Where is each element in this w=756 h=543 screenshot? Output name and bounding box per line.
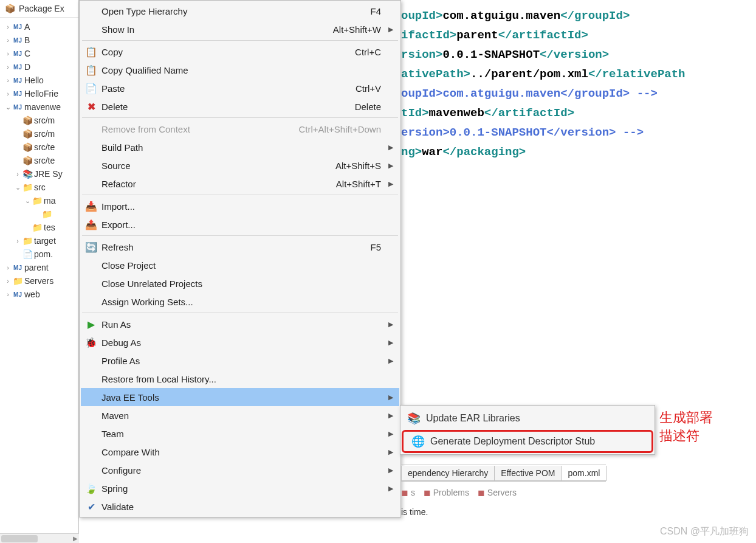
twisty-icon[interactable]: › (4, 23, 12, 30)
scrollbar-thumb[interactable] (1, 535, 38, 542)
tree-item-Servers[interactable]: ›📁Servers (0, 274, 78, 288)
pkg-icon: 📦 (22, 129, 33, 139)
menu-item-source[interactable]: SourceAlt+Shift+S▶ (81, 156, 399, 175)
tree-item-HelloFrie[interactable]: ›MJHelloFrie (0, 87, 78, 100)
tree-item-mavenwe[interactable]: ⌄MJmavenwe (0, 100, 78, 114)
project-tree[interactable]: ›MJA›MJB›MJC›MJD›MJHello›MJHelloFrie⌄MJm… (0, 18, 78, 303)
menu-item-label: Run As (101, 319, 381, 330)
menu-item-delete[interactable]: ✖DeleteDelete (81, 97, 399, 116)
menu-item-refactor[interactable]: RefactorAlt+Shift+T▶ (81, 175, 399, 193)
menu-item-debug-as[interactable]: 🐞Debug As▶ (81, 333, 399, 351)
submenu-item-update-ear-libraries[interactable]: 📚Update EAR Libraries (402, 407, 653, 430)
menu-item-export-[interactable]: 📤Export... (81, 215, 399, 233)
menu-item-copy-qualified-name[interactable]: 📋Copy Qualified Name (81, 61, 399, 79)
twisty-icon[interactable]: ⌄ (4, 103, 12, 111)
tree-item-src/m[interactable]: 📦src/m (0, 114, 78, 127)
tree-item-empty[interactable]: 📁 (0, 207, 78, 221)
twisty-icon[interactable]: › (4, 50, 12, 57)
tree-item-web[interactable]: ›MJweb (0, 288, 78, 301)
tree-item-A[interactable]: ›MJA (0, 20, 78, 33)
twisty-icon[interactable]: › (4, 63, 12, 71)
scrollbar-arrow-icon[interactable]: ▶ (73, 535, 78, 542)
twisty-icon[interactable]: › (13, 237, 22, 244)
tree-item-Hello[interactable]: ›MJHello (0, 74, 78, 87)
tree-item-src[interactable]: ⌄📁src (0, 181, 78, 194)
menu-item-spring[interactable]: 🍃Spring▶ (81, 479, 399, 497)
tree-item-D[interactable]: ›MJD (0, 60, 78, 74)
twisty-icon[interactable]: › (13, 170, 22, 178)
twisty-icon[interactable]: ⌄ (13, 184, 22, 192)
editor-tab-pom-xml[interactable]: pom.xml (562, 466, 607, 481)
menu-item-open-type-hierarchy[interactable]: Open Type HierarchyF4 (81, 2, 399, 20)
menu-item-java-ee-tools[interactable]: Java EE Tools▶ (81, 388, 399, 406)
submenu-arrow-icon: ▶ (386, 485, 393, 493)
context-menu[interactable]: Open Type HierarchyF4Show InAlt+Shift+W▶… (79, 0, 401, 517)
menu-item-configure[interactable]: Configure▶ (81, 461, 399, 479)
editor-area[interactable]: oupId>com.atguigu.maven</groupId>ifactId… (401, 0, 756, 462)
menu-item-run-as[interactable]: ▶Run As▶ (81, 315, 399, 333)
panel-tab-servers[interactable]: ◼ Servers (478, 488, 517, 497)
menu-item-assign-working-sets-[interactable]: Assign Working Sets... (81, 292, 399, 311)
menu-item-label: Copy Qualified Name (101, 65, 381, 75)
menu-item-close-project[interactable]: Close Project (81, 256, 399, 274)
menu-item-validate[interactable]: ✔Validate (81, 497, 399, 516)
twisty-icon[interactable]: › (4, 36, 12, 44)
menu-item-accel: F5 (370, 242, 386, 252)
editor-tab-effective-pom[interactable]: Effective POM (494, 466, 562, 481)
panel-tab-s[interactable]: ◼ s (401, 488, 415, 497)
menu-item-profile-as[interactable]: Profile As▶ (81, 351, 399, 370)
panel-tab-problems[interactable]: ◼ Problems (424, 488, 469, 497)
menu-item-team[interactable]: Team▶ (81, 424, 399, 443)
tree-item-tes[interactable]: 📁tes (0, 221, 78, 234)
menu-item-show-in[interactable]: Show InAlt+Shift+W▶ (81, 20, 399, 38)
tree-item-C[interactable]: ›MJC (0, 47, 78, 60)
menu-item-accel: Alt+Shift+T (336, 179, 386, 189)
submenu-icon: 🌐 (406, 435, 430, 448)
tree-item-src/m[interactable]: 📦src/m (0, 127, 78, 140)
menu-item-import-[interactable]: 📥Import... (81, 197, 399, 215)
menu-item-close-unrelated-projects[interactable]: Close Unrelated Projects (81, 274, 399, 292)
menu-item-label: Show In (101, 24, 333, 35)
menu-item-label: Assign Working Sets... (101, 297, 381, 307)
editor-tab-ependency-hierarchy[interactable]: ependency Hierarchy (401, 466, 495, 481)
tree-item-src/te[interactable]: 📦src/te (0, 140, 78, 154)
editor-bottom-tabs[interactable]: ependency HierarchyEffective POMpom.xml (401, 465, 606, 482)
menu-item-build-path[interactable]: Build Path▶ (81, 138, 399, 156)
context-submenu[interactable]: 📚Update EAR Libraries🌐Generate Deploymen… (400, 405, 655, 455)
tree-item-parent[interactable]: ›MJparent (0, 261, 78, 274)
submenu-item-generate-deployment-descriptor-stub[interactable]: 🌐Generate Deployment Descriptor Stub (402, 430, 653, 453)
menu-separator (82, 117, 398, 118)
twisty-icon[interactable]: › (4, 77, 12, 84)
mj-icon: MJ (12, 291, 23, 298)
submenu-arrow-icon: ▶ (386, 339, 393, 347)
tree-item-pom.[interactable]: 📄pom. (0, 247, 78, 261)
twisty-icon[interactable]: › (4, 90, 12, 97)
bottom-panel-tabs[interactable]: ◼ s◼ Problems◼ Servers (401, 484, 517, 501)
twisty-icon[interactable]: › (4, 277, 12, 285)
tree-item-ma[interactable]: ⌄📁ma (0, 194, 78, 207)
twisty-icon[interactable]: ⌄ (23, 197, 32, 205)
menu-item-label: Export... (101, 220, 381, 230)
folder-icon: 📁 (41, 209, 52, 219)
menu-item-compare-with[interactable]: Compare With▶ (81, 443, 399, 461)
package-explorer: 📦 Package Ex ›MJA›MJB›MJC›MJD›MJHello›MJ… (0, 0, 79, 543)
menu-item-maven[interactable]: Maven▶ (81, 406, 399, 424)
horizontal-scrollbar[interactable]: ▶ (0, 533, 79, 543)
menu-item-paste[interactable]: 📄PasteCtrl+V (81, 79, 399, 97)
menu-item-refresh[interactable]: 🔄RefreshF5 (81, 238, 399, 256)
twisty-icon[interactable]: › (4, 264, 12, 271)
twisty-icon[interactable]: › (4, 291, 12, 298)
tree-item-JRE Sy[interactable]: ›📚JRE Sy (0, 167, 78, 181)
mj-icon: MJ (12, 77, 23, 84)
menu-item-restore-from-local-history-[interactable]: Restore from Local History... (81, 370, 399, 388)
tree-item-B[interactable]: ›MJB (0, 33, 78, 47)
submenu-icon: 📚 (402, 412, 426, 425)
tree-item-label: src (33, 182, 46, 192)
menu-item-copy[interactable]: 📋CopyCtrl+C (81, 43, 399, 61)
menu-item-label: Open Type Hierarchy (101, 6, 370, 16)
tree-item-target[interactable]: ›📁target (0, 234, 78, 247)
tree-item-src/te[interactable]: 📦src/te (0, 154, 78, 167)
menu-item-label: Copy (101, 47, 355, 57)
submenu-item-label: Generate Deployment Descriptor Stub (430, 436, 649, 447)
tree-item-label: C (23, 49, 30, 58)
